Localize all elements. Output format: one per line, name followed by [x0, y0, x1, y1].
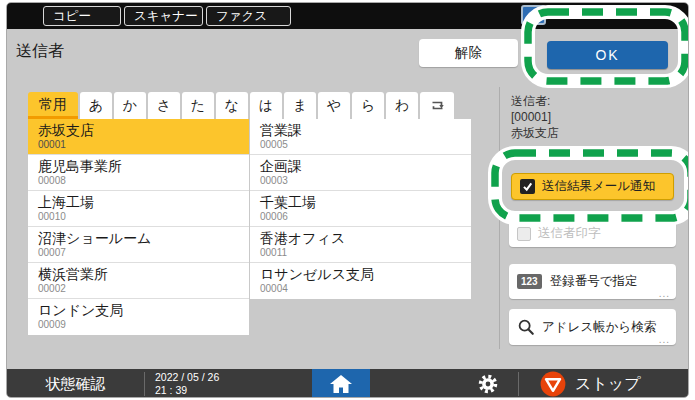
ellipsis-indicator: ...: [659, 288, 670, 299]
ok-button[interactable]: OK: [547, 41, 668, 69]
index-tab-frequent[interactable]: 常用: [28, 92, 78, 119]
addressbook-search-label: アドレス帳から検索: [542, 319, 656, 336]
device-touch-panel: コピー スキャナー ファクス 送信者 解除 OK 常用 あ か さ た な は …: [6, 2, 689, 398]
index-tab-a[interactable]: あ: [80, 92, 112, 119]
index-tab-row: 常用 あ か さ た な は ま や ら わ: [28, 92, 454, 119]
address-code: 00011: [260, 247, 471, 259]
address-code: 00006: [260, 211, 471, 223]
index-tab-ma[interactable]: ま: [284, 92, 316, 119]
index-tab-na[interactable]: な: [216, 92, 248, 119]
stop-label: ストップ: [575, 374, 641, 395]
footer-divider: [518, 372, 519, 396]
address-list-left: 赤坂支店 00001 鹿児島事業所 00008 上海工場 00010 沼津ショー…: [28, 119, 249, 335]
status-check-button[interactable]: 状態確認: [7, 369, 144, 398]
index-switch-button[interactable]: [420, 92, 454, 119]
ellipsis-indicator: ...: [659, 334, 670, 345]
address-code: 00001: [38, 139, 249, 151]
index-tab-ta[interactable]: た: [182, 92, 214, 119]
address-list-right: 営業課 00005 企画課 00003 千葉工場 00006 香港オフィス 00…: [250, 119, 471, 299]
time-text: 21 : 39: [155, 384, 219, 397]
address-name: 千葉工場: [260, 193, 471, 211]
address-row-eigyoka[interactable]: 営業課 00005: [250, 119, 471, 155]
stop-button[interactable]: ストップ: [535, 369, 689, 398]
address-name: 鹿児島事業所: [38, 157, 249, 175]
home-icon: [329, 373, 353, 395]
register-number-label: 登録番号で指定: [550, 273, 638, 290]
mail-notify-toggle[interactable]: 送信結果メール通知: [511, 173, 674, 200]
numeric-keypad-icon: 123: [517, 274, 542, 289]
footer-divider: [144, 372, 145, 396]
release-button[interactable]: 解除: [419, 39, 518, 67]
checkbox-unchecked-icon: [517, 227, 531, 241]
tab-scanner[interactable]: スキャナー: [124, 6, 203, 26]
index-tab-ya[interactable]: や: [318, 92, 350, 119]
address-name: ロサンゼルス支局: [260, 265, 471, 283]
address-name: 営業課: [260, 121, 471, 139]
sender-code: [00001]: [511, 109, 559, 125]
address-code: 00009: [38, 319, 249, 331]
mail-notify-label: 送信結果メール通知: [542, 178, 655, 195]
checkbox-checked-icon: [520, 179, 535, 194]
sender-name: 赤坂支店: [511, 125, 559, 141]
address-row-losangeles[interactable]: ロサンゼルス支局 00004: [250, 263, 471, 299]
address-name: 上海工場: [38, 193, 249, 211]
address-row-yokohama[interactable]: 横浜営業所 00002: [28, 263, 249, 299]
selected-sender-info: 送信者: [00001] 赤坂支店: [511, 93, 559, 141]
tab-fax[interactable]: ファクス: [206, 6, 291, 26]
address-code: 00008: [38, 175, 249, 187]
index-tab-ha[interactable]: は: [250, 92, 282, 119]
search-icon: [517, 318, 535, 336]
index-tab-ra[interactable]: ら: [352, 92, 384, 119]
sender-label: 送信者:: [511, 93, 559, 109]
address-row-akasaka[interactable]: 赤坂支店 00001: [28, 119, 249, 155]
sender-print-label: 送信者印字: [538, 225, 601, 242]
page-title: 送信者: [16, 41, 64, 62]
address-code: 00007: [38, 247, 249, 259]
address-row-numazu[interactable]: 沼津ショールーム 00007: [28, 227, 249, 263]
sender-print-toggle[interactable]: 送信者印字: [509, 220, 676, 247]
address-code: 00003: [260, 175, 471, 187]
address-name: 赤坂支店: [38, 121, 249, 139]
address-name: 沼津ショールーム: [38, 229, 249, 247]
address-code: 00005: [260, 139, 471, 151]
address-name: 香港オフィス: [260, 229, 471, 247]
address-row-london[interactable]: ロンドン支局 00009: [28, 299, 249, 335]
index-tab-sa[interactable]: さ: [148, 92, 180, 119]
address-name: 横浜営業所: [38, 265, 249, 283]
stop-icon: [540, 371, 566, 397]
index-tab-ka[interactable]: か: [114, 92, 146, 119]
notification-icon[interactable]: [521, 5, 546, 25]
addressbook-search-button[interactable]: アドレス帳から検索 ...: [509, 309, 676, 345]
gear-icon: [477, 373, 499, 395]
address-row-chiba[interactable]: 千葉工場 00006: [250, 191, 471, 227]
index-tab-wa[interactable]: わ: [386, 92, 418, 119]
date-text: 2022 / 05 / 26: [155, 371, 219, 384]
app-tab-bar: コピー スキャナー ファクス: [7, 3, 688, 29]
address-row-kikakuka[interactable]: 企画課 00003: [250, 155, 471, 191]
address-row-kagoshima[interactable]: 鹿児島事業所 00008: [28, 155, 249, 191]
register-number-button[interactable]: 123 登録番号で指定 ...: [509, 264, 676, 299]
tab-copy[interactable]: コピー: [43, 6, 121, 26]
address-name: 企画課: [260, 157, 471, 175]
address-row-hongkong[interactable]: 香港オフィス 00011: [250, 227, 471, 263]
switch-list-icon: [429, 97, 446, 114]
address-row-shanghai[interactable]: 上海工場 00010: [28, 191, 249, 227]
system-status-bar: 状態確認 2022 / 05 / 26 21 : 39 ストップ: [7, 369, 688, 398]
address-code: 00004: [260, 283, 471, 295]
datetime-display: 2022 / 05 / 26 21 : 39: [155, 371, 219, 397]
sidebar-divider: [499, 87, 500, 349]
home-button[interactable]: [312, 369, 370, 398]
address-code: 00010: [38, 211, 249, 223]
settings-button[interactable]: [477, 373, 499, 395]
address-code: 00002: [38, 283, 249, 295]
address-name: ロンドン支局: [38, 301, 249, 319]
